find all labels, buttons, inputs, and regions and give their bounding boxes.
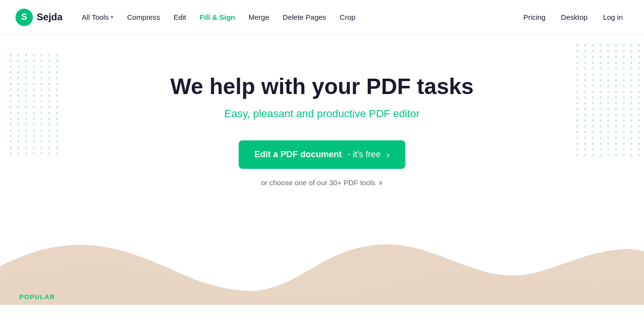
popular-label: POPULAR — [19, 293, 55, 301]
nav-left: All Tools ▾ Compress Edit Fill & Sign Me… — [76, 9, 517, 25]
logo-name: Sejda — [37, 12, 62, 23]
nav-item-delete-pages[interactable]: Delete Pages — [277, 9, 332, 25]
cta-arrow-icon: › — [386, 149, 390, 160]
nav-item-edit[interactable]: Edit — [168, 9, 192, 25]
wave-decoration — [0, 208, 644, 305]
hero-subtitle: Easy, pleasant and productive PDF editor — [224, 108, 419, 120]
chevron-down-icon: ▾ — [111, 14, 114, 20]
hero-content: We help with your PDF tasks Easy, pleasa… — [0, 35, 644, 206]
cta-rest-text: - it's free — [347, 150, 380, 160]
nav-item-merge[interactable]: Merge — [243, 9, 275, 25]
hero-title: We help with your PDF tasks — [171, 73, 474, 100]
cta-bold-text: Edit a PDF document — [254, 150, 342, 160]
logo-icon: S — [15, 9, 33, 26]
tools-link[interactable]: or choose one of our 30+ PDF tools ∨ — [261, 178, 383, 187]
nav-item-desktop[interactable]: Desktop — [555, 9, 593, 25]
logo-link[interactable]: S Sejda — [15, 9, 62, 26]
popular-section: POPULAR — [19, 292, 55, 301]
tools-link-text: or choose one of our 30+ PDF tools — [261, 178, 375, 187]
nav-item-fill-sign[interactable]: Fill & Sign — [194, 9, 241, 25]
nav-right: Pricing Desktop Log in — [517, 9, 629, 25]
cta-button[interactable]: Edit a PDF document - it's free › — [239, 140, 405, 169]
nav-item-all-tools[interactable]: All Tools ▾ — [76, 9, 119, 25]
navbar: S Sejda All Tools ▾ Compress Edit Fill &… — [0, 0, 644, 35]
chevron-down-icon-tools: ∨ — [378, 179, 383, 186]
nav-item-login[interactable]: Log in — [597, 9, 629, 25]
nav-item-pricing[interactable]: Pricing — [517, 9, 551, 25]
hero-section: We help with your PDF tasks Easy, pleasa… — [0, 35, 644, 305]
nav-item-crop[interactable]: Crop — [334, 9, 361, 25]
nav-item-compress[interactable]: Compress — [121, 9, 166, 25]
